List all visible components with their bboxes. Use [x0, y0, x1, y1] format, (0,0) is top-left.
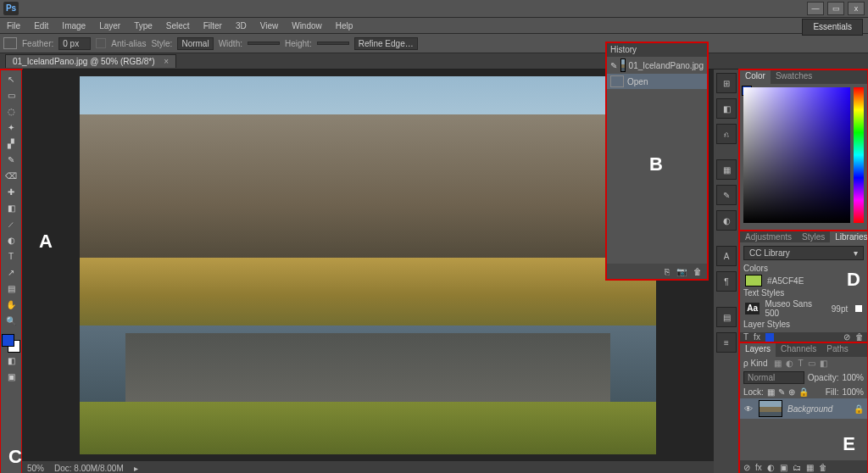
layer-name[interactable]: Background — [787, 404, 832, 414]
link-layers-icon[interactable]: ⊘ — [743, 463, 750, 472]
history-title[interactable]: History — [607, 43, 707, 57]
dock-icon[interactable]: ◐ — [716, 210, 737, 231]
adjustment-icon[interactable]: ▣ — [780, 463, 787, 472]
tab-layers[interactable]: Layers — [740, 343, 776, 357]
crop-tool[interactable]: ▞ — [2, 136, 20, 152]
history-snapshot[interactable]: ✎ 01_IcelandPano.jpg — [607, 57, 707, 74]
color-field[interactable] — [743, 87, 850, 223]
zoom-level[interactable]: 50% — [27, 464, 44, 473]
tab-libraries[interactable]: Libraries — [830, 231, 868, 242]
filter-shape-icon[interactable]: ▭ — [806, 359, 817, 368]
menu-image[interactable]: Image — [55, 21, 92, 31]
marquee-icon[interactable] — [3, 37, 17, 49]
screenmode-icon[interactable]: ▣ — [2, 369, 20, 385]
dock-icon[interactable]: ▦ — [716, 159, 737, 180]
tab-paths[interactable]: Paths — [821, 343, 854, 357]
blend-mode-select[interactable]: Normal — [743, 371, 804, 384]
tab-adjustments[interactable]: Adjustments — [740, 231, 797, 242]
stamp-tool[interactable]: ◧ — [2, 200, 20, 216]
layer-filter-kind[interactable]: ρ Kind — [743, 359, 767, 368]
eyedropper-tool[interactable]: ✎ — [2, 152, 20, 168]
filter-smart-icon[interactable]: ◧ — [818, 359, 829, 368]
window-max-button[interactable]: ▭ — [827, 2, 844, 15]
menu-select[interactable]: Select — [159, 21, 197, 31]
zoom-tool[interactable]: 🔍 — [2, 313, 20, 329]
dock-icon[interactable]: ✎ — [716, 185, 737, 205]
lock-position-icon[interactable]: ⊕ — [788, 387, 795, 397]
trash-icon[interactable]: 🗑 — [855, 332, 864, 342]
fill-value[interactable]: 100% — [842, 387, 864, 397]
shape-tool[interactable]: ▤ — [2, 281, 20, 297]
marquee-tool[interactable]: ▭ — [2, 87, 20, 103]
status-arrow-icon[interactable]: ▸ — [134, 464, 138, 473]
new-doc-from-state-icon[interactable]: ⎘ — [665, 267, 670, 276]
dock-icon[interactable]: ▤ — [716, 307, 737, 327]
menu-help[interactable]: Help — [329, 21, 360, 31]
brush-tool[interactable]: ✚ — [2, 184, 20, 200]
width-input[interactable] — [248, 42, 280, 45]
menu-window[interactable]: Window — [285, 21, 329, 31]
document-tab-close-icon[interactable]: × — [164, 57, 169, 66]
hand-tool[interactable]: ✋ — [2, 297, 20, 313]
delete-state-icon[interactable]: 🗑 — [693, 267, 702, 276]
fx-icon[interactable]: fx — [755, 463, 762, 472]
link-icon[interactable]: ⊘ — [843, 332, 850, 342]
history-step[interactable]: Open — [607, 74, 707, 89]
dock-icon[interactable]: ≡ — [716, 332, 737, 353]
menu-layer[interactable]: Layer — [92, 21, 127, 31]
dock-icon[interactable]: A — [716, 246, 737, 266]
lock-all-icon[interactable]: 🔒 — [798, 387, 809, 397]
filter-adjust-icon[interactable]: ◐ — [784, 359, 795, 368]
document-tab[interactable]: 01_IcelandPano.jpg @ 50% (RGB/8*) × — [5, 54, 176, 68]
window-close-button[interactable]: x — [848, 2, 865, 15]
hue-slider[interactable] — [854, 87, 864, 223]
dock-icon[interactable]: ⎌ — [716, 124, 737, 144]
style-select[interactable]: Normal — [177, 37, 213, 50]
window-min-button[interactable]: — — [807, 2, 824, 15]
height-input[interactable] — [317, 42, 349, 45]
new-layer-icon[interactable]: ▦ — [806, 463, 814, 472]
filter-pixel-icon[interactable]: ▦ — [772, 359, 783, 368]
dock-icon[interactable]: ⊞ — [716, 73, 737, 93]
feather-input[interactable]: 0 px — [58, 37, 91, 50]
move-tool[interactable]: ↖ — [2, 71, 20, 87]
doc-size[interactable]: Doc: 8.00M/8.00M — [54, 464, 124, 473]
tab-styles[interactable]: Styles — [797, 231, 830, 242]
path-tool[interactable]: ↗ — [2, 264, 20, 281]
layer-row[interactable]: 👁 Background 🔒 — [740, 398, 867, 419]
tab-channels[interactable]: Channels — [776, 343, 821, 357]
opacity-value[interactable]: 100% — [842, 373, 864, 382]
menu-type[interactable]: Type — [127, 21, 159, 31]
lock-pixels-icon[interactable]: ✎ — [778, 387, 785, 397]
visibility-icon[interactable]: 👁 — [743, 404, 754, 414]
trash-icon[interactable]: 🗑 — [819, 463, 827, 472]
color-swatches[interactable] — [2, 334, 20, 353]
menu-edit[interactable]: Edit — [27, 21, 55, 31]
healing-tool[interactable]: ⌫ — [2, 168, 20, 184]
prop-fx-icon[interactable]: fx — [754, 332, 760, 342]
quickmask-icon[interactable]: ◧ — [2, 353, 20, 369]
foreground-swatch[interactable] — [2, 334, 14, 347]
dodge-tool[interactable]: ◐ — [2, 232, 20, 248]
gradient-tool[interactable]: ⟋ — [2, 216, 20, 232]
refine-edge-button[interactable]: Refine Edge… — [354, 37, 418, 50]
lock-trans-icon[interactable]: ▦ — [767, 387, 775, 397]
type-tool[interactable]: T — [2, 248, 20, 264]
prop-color-icon[interactable] — [765, 333, 774, 342]
workspace-switcher[interactable]: Essentials — [802, 19, 863, 36]
tab-swatches[interactable]: Swatches — [771, 70, 817, 84]
group-icon[interactable]: 🗂 — [793, 463, 801, 472]
menu-view[interactable]: View — [253, 21, 286, 31]
tab-color[interactable]: Color — [740, 70, 771, 84]
prop-type-icon[interactable]: T — [743, 332, 748, 342]
dock-icon[interactable]: ◧ — [716, 98, 737, 119]
lib-color-item[interactable]: #A5CF4E — [743, 273, 864, 288]
menu-filter[interactable]: Filter — [197, 21, 229, 31]
antialias-checkbox[interactable] — [96, 38, 106, 48]
mask-icon[interactable]: ◐ — [767, 463, 775, 472]
dock-icon[interactable]: ¶ — [716, 271, 737, 292]
layer-thumbnail[interactable] — [759, 400, 782, 417]
library-select[interactable]: CC Library ▾ — [743, 246, 864, 260]
new-snapshot-icon[interactable]: 📷 — [676, 267, 687, 276]
lasso-tool[interactable]: ◌ — [2, 103, 20, 120]
